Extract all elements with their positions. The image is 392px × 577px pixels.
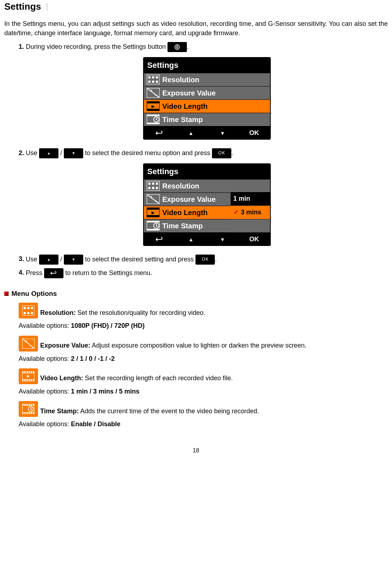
title-text: Settings	[4, 1, 41, 12]
submenu-opt-3mins-label: 3 mins	[241, 208, 261, 217]
ds2-videolength-label: Video Length	[162, 208, 208, 218]
ds2-row-timestamp: Time Stamp	[144, 219, 270, 233]
ds1-header: Settings	[144, 58, 270, 73]
opt-videolength-avail: Available options: 1 min / 3 mins / 5 mi…	[19, 387, 388, 396]
ds2-resolution-label: Resolution	[162, 181, 199, 191]
step-3-period: .	[215, 255, 217, 262]
exposure-icon: +−	[147, 88, 160, 98]
title-pipe: ︱	[43, 1, 52, 12]
ds2-exposure-label: Exposure Value	[162, 194, 216, 204]
svg-rect-68	[32, 404, 33, 405]
ds1-down-button: ▼	[207, 129, 238, 138]
svg-rect-2	[148, 76, 150, 79]
timestamp-option-icon	[19, 401, 38, 417]
step-2-text-a: Use	[26, 149, 39, 157]
step-4-text-b: to return to the Settings menu.	[65, 269, 152, 276]
ds2-ok-button: OK	[238, 235, 270, 244]
ds1-ok-button: OK	[238, 129, 270, 138]
svg-rect-25	[156, 187, 158, 189]
step-2-text-b: to select the desired menu option and pr…	[85, 149, 212, 157]
ds1-videolength-label: Video Length	[162, 101, 208, 111]
opt-resolution-text: Resolution: Set the resolution/quality f…	[40, 309, 205, 318]
svg-text:−: −	[29, 343, 32, 348]
videolength-option-icon	[19, 368, 38, 384]
svg-rect-31	[147, 215, 160, 217]
svg-rect-12	[147, 101, 160, 103]
opt-exposure-text: Exposure Value: Adjust exposure composit…	[40, 341, 306, 351]
exposure-icon-2: +−	[147, 194, 160, 204]
down-triangle-icon: ▼	[220, 130, 225, 136]
opt-exposure-desc: Adjust exposure composition value to lig…	[90, 342, 306, 349]
svg-rect-55	[23, 380, 24, 381]
svg-rect-66	[28, 404, 29, 405]
svg-rect-39	[27, 307, 29, 309]
svg-rect-7	[156, 81, 158, 83]
ds2-row-resolution: Resolution	[144, 180, 270, 193]
svg-rect-22	[156, 183, 158, 185]
intro-paragraph: In the Settings menu, you can adjust set…	[4, 19, 388, 37]
opt-resolution: Resolution: Set the resolution/quality f…	[19, 303, 388, 330]
ds1-row-resolution: Resolution	[144, 73, 270, 87]
submenu-opt-3mins: ✓3 mins	[231, 206, 270, 219]
steps-list: During video recording, press the Settin…	[4, 42, 388, 278]
svg-rect-65	[25, 404, 27, 405]
resolution-icon-2	[147, 181, 160, 191]
step-1: During video recording, press the Settin…	[26, 42, 388, 140]
svg-rect-73	[32, 413, 33, 414]
step-3-text-a: Use	[26, 255, 39, 262]
ds1-resolution-label: Resolution	[162, 75, 199, 85]
menu-options-title: Menu Options	[11, 289, 57, 299]
down-button-icon	[64, 148, 83, 158]
page-title: Settings︱	[4, 0, 388, 13]
svg-rect-16	[147, 115, 160, 116]
svg-rect-70	[25, 413, 27, 414]
ds1-timestamp-label: Time Stamp	[162, 115, 203, 125]
svg-rect-5	[148, 81, 150, 83]
ds2-down-button: ▼	[207, 235, 238, 244]
svg-text:−: −	[155, 93, 157, 98]
svg-rect-38	[24, 307, 26, 309]
back-button-icon	[44, 268, 63, 278]
svg-text:+: +	[25, 339, 27, 344]
svg-rect-59	[32, 380, 33, 381]
opt-timestamp-avail: Available options: Enable / Disable	[19, 420, 388, 429]
ds2-timestamp-label: Time Stamp	[162, 221, 203, 231]
resolution-option-icon	[19, 303, 38, 318]
svg-rect-21	[152, 183, 154, 185]
ok-button-icon-2	[195, 255, 215, 265]
opt-exposure-title: Exposure Value:	[40, 342, 90, 349]
step-3-text-b: to select the desired setting and press	[85, 255, 195, 262]
opt-exposure-avail-label: Available options:	[19, 355, 71, 362]
svg-rect-3	[152, 76, 154, 79]
opt-videolength: Video Length: Set the recording length o…	[19, 368, 388, 396]
ds2-back-button	[144, 235, 175, 244]
svg-rect-13	[147, 109, 160, 111]
svg-marker-14	[151, 105, 155, 108]
opt-timestamp-avail-values: Enable / Disable	[71, 420, 121, 428]
opt-videolength-avail-label: Available options:	[19, 388, 71, 395]
page-number: 18	[4, 447, 388, 455]
svg-rect-17	[147, 123, 160, 125]
svg-text:−: −	[155, 199, 157, 204]
svg-text:+: +	[150, 88, 152, 93]
svg-rect-1	[147, 75, 160, 84]
svg-rect-34	[147, 221, 160, 223]
svg-rect-67	[30, 404, 31, 405]
slash-1: /	[60, 149, 64, 157]
menu-options-header: Menu Options	[4, 289, 388, 299]
step-3: Use / to select the desired setting and …	[26, 255, 388, 265]
videolength-icon	[147, 101, 160, 111]
svg-rect-58	[30, 380, 31, 381]
ds1-exposure-label: Exposure Value	[162, 88, 216, 98]
opt-timestamp-text: Time Stamp: Adds the current time of the…	[40, 407, 259, 417]
opt-resolution-title: Resolution:	[40, 309, 76, 316]
device-screen-2: Settings Resolution +− Exposure Value Vi…	[143, 163, 271, 246]
submenu-opt-1min-label: 1 min	[233, 194, 250, 203]
timestamp-icon-2	[147, 221, 160, 231]
step-4: Press to return to the Settings menu.	[26, 268, 388, 278]
svg-rect-24	[152, 187, 154, 189]
up-button-icon	[39, 148, 58, 158]
step-1-text: During video recording, press the Settin…	[26, 43, 167, 50]
opt-exposure-avail-values: 2 / 1 / 0 / -1 / -2	[71, 355, 115, 362]
svg-rect-40	[31, 307, 33, 309]
